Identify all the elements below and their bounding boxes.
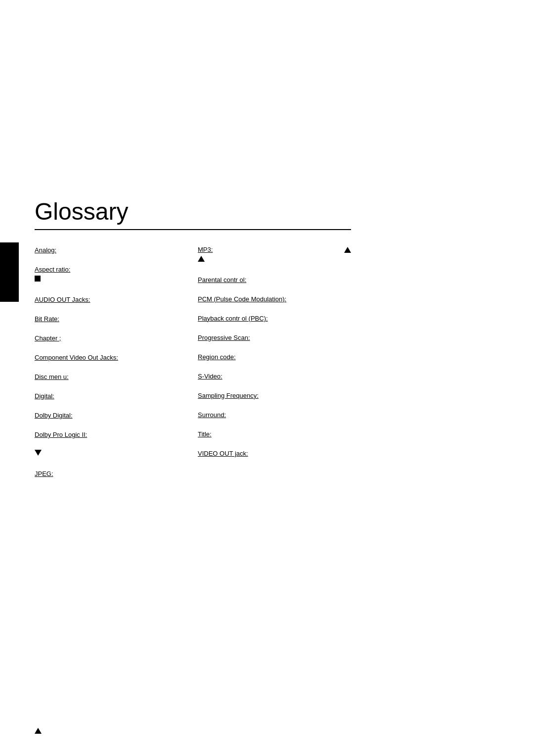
surround-item: Surround:: [198, 405, 351, 424]
surround-link[interactable]: Surround:: [198, 411, 226, 419]
left-column: Analog: Aspect ratio: AUDIO OUT Jacks: B…: [35, 240, 193, 483]
triangle-up-icon-mp3: [344, 247, 351, 253]
side-tab: [0, 242, 19, 302]
playback-control-link[interactable]: Playback contr ol (PBC):: [198, 315, 268, 322]
title-link[interactable]: Title:: [198, 430, 212, 438]
bottom-triangle-icon: [35, 728, 42, 734]
s-video-link[interactable]: S-Video:: [198, 373, 222, 380]
progressive-scan-item: Progressive Scan:: [198, 328, 351, 347]
content-area: Glossary Analog: Aspect ratio: AUDIO OUT…: [0, 0, 534, 513]
bit-rate-item: Bit Rate:: [35, 309, 183, 328]
bit-rate-link[interactable]: Bit Rate:: [35, 315, 59, 323]
triangle-down-icon: [35, 450, 42, 456]
aspect-ratio-link[interactable]: Aspect ratio:: [35, 266, 70, 273]
s-video-item: S-Video:: [198, 366, 351, 385]
pcm-link[interactable]: PCM (Pulse Code Modulation):: [198, 295, 286, 303]
chapter-item: Chapter ;: [35, 328, 183, 347]
parental-control-item: Parental contr ol:: [198, 270, 351, 289]
title-divider: [35, 229, 351, 230]
region-code-link[interactable]: Region code:: [198, 353, 236, 361]
progressive-scan-link[interactable]: Progressive Scan:: [198, 334, 250, 341]
audio-out-jacks-link[interactable]: AUDIO OUT Jacks:: [35, 296, 90, 303]
disc-menu-item: Disc men u:: [35, 367, 183, 386]
parental-control-link[interactable]: Parental contr ol:: [198, 276, 246, 284]
disc-menu-link[interactable]: Disc men u:: [35, 373, 69, 380]
aspect-ratio-item: Aspect ratio:: [35, 259, 183, 289]
digital-link[interactable]: Digital:: [35, 392, 54, 400]
dolby-pro-logic-item: Dolby Pro Logic II:: [35, 425, 183, 444]
chapter-link[interactable]: Chapter ;: [35, 334, 61, 342]
dolby-pro-logic-link[interactable]: Dolby Pro Logic II:: [35, 431, 87, 438]
jpeg-item: JPEG:: [35, 464, 183, 483]
glossary-grid: Analog: Aspect ratio: AUDIO OUT Jacks: B…: [35, 240, 351, 483]
mp3-item: MP3:: [198, 240, 351, 270]
audio-out-jacks-item: AUDIO OUT Jacks:: [35, 289, 183, 309]
triangle-down-item: [35, 444, 183, 464]
playback-control-item: Playback contr ol (PBC):: [198, 308, 351, 328]
dolby-digital-link[interactable]: Dolby Digital:: [35, 412, 73, 419]
triangle-up-icon-mp3-2: [198, 256, 205, 262]
bottom-triangle-area: [35, 727, 42, 736]
video-out-jack-link[interactable]: VIDEO OUT jack:: [198, 450, 248, 457]
digital-item: Digital:: [35, 386, 183, 405]
region-code-item: Region code:: [198, 347, 351, 366]
square-icon: [35, 276, 41, 282]
mp3-link[interactable]: MP3:: [198, 245, 213, 255]
sampling-frequency-item: Sampling Frequency:: [198, 385, 351, 405]
page-container: Glossary Analog: Aspect ratio: AUDIO OUT…: [0, 0, 534, 756]
video-out-jack-item: VIDEO OUT jack:: [198, 443, 351, 463]
component-video-item: Component Video Out Jacks:: [35, 347, 183, 367]
component-video-link[interactable]: Component Video Out Jacks:: [35, 354, 118, 361]
analog-link[interactable]: Analog:: [35, 246, 56, 254]
page-title: Glossary: [35, 198, 499, 225]
title-item: Title:: [198, 424, 351, 443]
analog-item: Analog:: [35, 240, 183, 259]
sampling-frequency-link[interactable]: Sampling Frequency:: [198, 392, 259, 399]
right-column: MP3: Parental contr ol: PCM (Pulse Code …: [193, 240, 351, 483]
pcm-item: PCM (Pulse Code Modulation):: [198, 289, 351, 308]
jpeg-link[interactable]: JPEG:: [35, 470, 53, 477]
dolby-digital-item: Dolby Digital:: [35, 405, 183, 425]
